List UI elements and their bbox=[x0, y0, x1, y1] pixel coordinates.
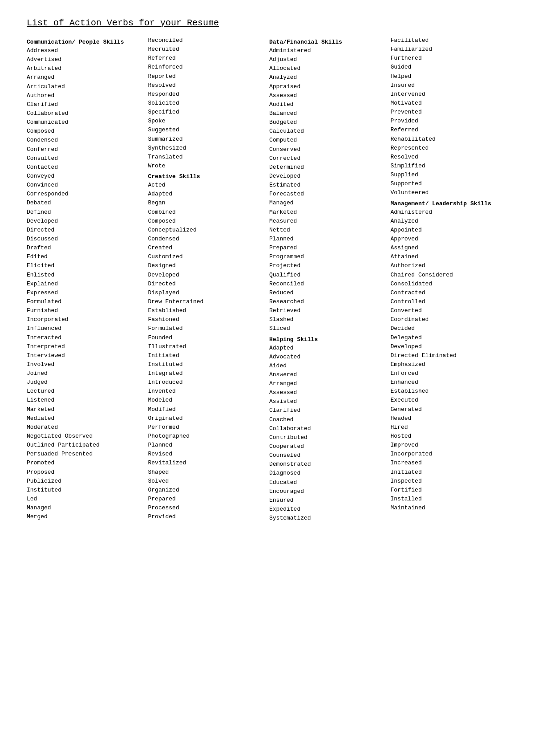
list-item: Illustrated bbox=[148, 342, 265, 351]
list-item: Enhanced bbox=[391, 378, 508, 387]
list-item: Supplied bbox=[391, 171, 508, 179]
list-item: Appointed bbox=[391, 226, 508, 235]
list-item: Introduced bbox=[148, 378, 265, 387]
list-item: Consolidated bbox=[391, 280, 508, 289]
list-item: Slashed bbox=[269, 315, 386, 324]
list-item: Instituted bbox=[27, 486, 144, 495]
list-item: Measured bbox=[269, 217, 386, 226]
list-item: Organized bbox=[148, 486, 265, 495]
list-item: Sliced bbox=[269, 324, 386, 333]
section-header-3-1: Data/Financial Skills bbox=[269, 39, 386, 45]
list-item: Counseled bbox=[269, 451, 386, 460]
list-item: Controlled bbox=[391, 297, 508, 306]
list-item: Arranged bbox=[27, 73, 144, 82]
list-item: Cooperated bbox=[269, 442, 386, 451]
list-item: Created bbox=[148, 244, 265, 252]
list-item: Projected bbox=[269, 261, 386, 270]
list-item: Listened bbox=[27, 396, 144, 405]
list-item: Composed bbox=[148, 217, 265, 226]
list-item: Approved bbox=[391, 235, 508, 244]
list-item: Established bbox=[391, 387, 508, 396]
list-item: Diagnosed bbox=[269, 469, 386, 478]
list-item: Adapted bbox=[269, 344, 386, 353]
list-item: Installed bbox=[391, 495, 508, 504]
list-item: Originated bbox=[148, 414, 265, 423]
page-title: List of Action Verbs for your Resume bbox=[27, 18, 507, 28]
list-item: Furthered bbox=[391, 54, 508, 63]
list-item: Assigned bbox=[391, 244, 508, 252]
list-item: Advertised bbox=[27, 55, 144, 64]
list-item: Publicized bbox=[27, 477, 144, 486]
list-item: Incorporated bbox=[391, 450, 508, 459]
list-item: Facilitated bbox=[391, 36, 508, 45]
list-item: Appraised bbox=[269, 82, 386, 91]
list-item: Conferred bbox=[27, 145, 144, 154]
list-item: Managed bbox=[27, 504, 144, 512]
list-item: Communicated bbox=[27, 118, 144, 127]
list-item: Coached bbox=[269, 415, 386, 424]
list-item: Planned bbox=[148, 441, 265, 450]
column-3: Data/Financial SkillsAdministeredAdjuste… bbox=[269, 36, 386, 523]
list-item: Assessed bbox=[269, 91, 386, 100]
list-item: Consulted bbox=[27, 154, 144, 163]
list-item: Synthesized bbox=[148, 144, 265, 153]
list-item: Displayed bbox=[148, 289, 265, 297]
section-header-2-2: Creative Skills bbox=[148, 173, 265, 180]
list-item: Recruited bbox=[148, 45, 265, 54]
list-item: Converted bbox=[391, 306, 508, 315]
list-item: Coordinated bbox=[391, 315, 508, 324]
list-item: Modified bbox=[148, 405, 265, 414]
list-item: Interviewed bbox=[27, 351, 144, 360]
list-item: Interpreted bbox=[27, 342, 144, 351]
list-item: Enlisted bbox=[27, 271, 144, 280]
list-item: Defined bbox=[27, 208, 144, 217]
list-item: Inspected bbox=[391, 477, 508, 486]
list-item: Specified bbox=[148, 108, 265, 117]
list-item: Collaborated bbox=[269, 424, 386, 433]
list-item: Advocated bbox=[269, 353, 386, 362]
list-item: Negotiated Observed bbox=[27, 432, 144, 441]
list-item: Executed bbox=[391, 396, 508, 405]
list-item: Proposed bbox=[27, 468, 144, 477]
list-item: Explained bbox=[27, 280, 144, 289]
list-item: Shaped bbox=[148, 468, 265, 477]
list-item: Managed bbox=[269, 199, 386, 207]
list-item: Revised bbox=[148, 450, 265, 459]
list-item: Aided bbox=[269, 362, 386, 370]
list-item: Contracted bbox=[391, 289, 508, 297]
list-item: Delegated bbox=[391, 333, 508, 342]
list-item: Condensed bbox=[148, 235, 265, 244]
list-item: Outlined Participated bbox=[27, 441, 144, 450]
list-item: Decided bbox=[391, 324, 508, 333]
column-4: FacilitatedFamiliarizedFurtheredGuidedHe… bbox=[391, 36, 508, 523]
list-item: Conserved bbox=[269, 145, 386, 154]
list-item: Incorporated bbox=[27, 315, 144, 324]
list-item: Convinced bbox=[27, 181, 144, 190]
list-item: Fortified bbox=[391, 486, 508, 495]
list-item: Planned bbox=[269, 235, 386, 244]
list-item: Helped bbox=[391, 72, 508, 81]
list-item: Began bbox=[148, 199, 265, 207]
list-item: Provided bbox=[391, 117, 508, 126]
section-header-1-1: Communication/ People Skills bbox=[27, 39, 144, 45]
list-item: Merged bbox=[27, 512, 144, 521]
list-item: Arbitrated bbox=[27, 64, 144, 73]
list-item: Authorized bbox=[391, 261, 508, 270]
list-item: Administered bbox=[391, 208, 508, 217]
list-item: Lectured bbox=[27, 387, 144, 396]
list-item: Motivated bbox=[391, 99, 508, 108]
list-item: Volunteered bbox=[391, 188, 508, 197]
list-item: Founded bbox=[148, 333, 265, 342]
list-item: Directed Eliminated bbox=[391, 351, 508, 360]
list-item: Allocated bbox=[269, 64, 386, 73]
section-header-4-2: Management/ Leadership Skills bbox=[391, 200, 508, 207]
list-item: Reported bbox=[148, 72, 265, 81]
list-item: Contacted bbox=[27, 163, 144, 172]
list-item: Clarified bbox=[27, 100, 144, 109]
list-item: Budgeted bbox=[269, 118, 386, 127]
list-item: Condensed bbox=[27, 136, 144, 145]
list-item: Researched bbox=[269, 297, 386, 306]
list-item: Formulated bbox=[27, 297, 144, 306]
list-item: Spoke bbox=[148, 117, 265, 126]
list-item: Emphasized bbox=[391, 360, 508, 369]
